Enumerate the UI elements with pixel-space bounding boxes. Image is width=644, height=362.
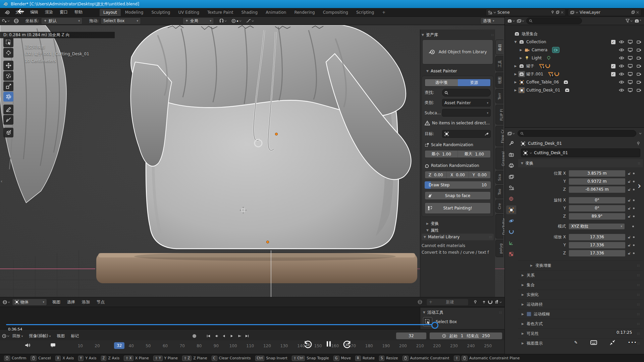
jump-to-start-button[interactable] [206,334,211,338]
video-progress-knob[interactable] [431,322,438,329]
workspace-tab[interactable]: Modeling [121,9,147,16]
n-panel-tab[interactable]: Cre [495,199,503,213]
close-icon[interactable] [636,11,639,14]
target-object-field[interactable] [442,130,491,138]
expand-arrow[interactable]: ▶ [513,64,518,68]
chevron-down-icon[interactable] [639,132,642,135]
object-name-field[interactable]: Cutting_Desk_01 [521,148,640,157]
node-menu-item[interactable]: 选择 [64,298,78,306]
tab-viewlayer[interactable] [506,172,516,181]
node-menu-item[interactable]: 视图 [49,298,64,306]
n-panel-tab[interactable]: 工具 [495,56,503,71]
timeline-menu-item[interactable]: 标记 ▾ [68,332,82,340]
menu-item[interactable]: 帮助 [71,8,86,16]
animate-dot[interactable] [633,216,635,217]
editor-type-dropdown[interactable] [2,19,10,23]
expand-arrow[interactable]: ▶ [513,80,518,84]
render-disable-toggle[interactable] [637,48,641,52]
scale-min-field[interactable]: 最小1.00 [425,150,458,158]
more-icon[interactable]: ••• [628,340,637,345]
render-disable-toggle[interactable] [637,56,641,60]
tab-object-data[interactable] [506,239,516,247]
transform-panel-header[interactable]: ▼变换 ∷ [518,159,643,167]
outliner-search-input[interactable] [526,17,582,24]
filter-funnel-icon[interactable] [626,19,633,23]
pencil-icon[interactable]: ✎ [574,340,578,345]
mode-icon[interactable] [14,18,19,23]
menu-item[interactable]: 编辑 [27,8,42,16]
keyboard-icon[interactable] [590,340,597,345]
tab-world[interactable] [506,194,516,203]
render-disable-toggle[interactable] [637,40,641,44]
properties-search-input[interactable] [518,130,636,137]
asset-library-panel-header[interactable]: ▼资产库 ∷ [422,32,494,38]
tool-rotate[interactable] [3,71,13,81]
selectability-checkbox[interactable]: ✓ [611,40,615,44]
render-disable-toggle[interactable] [637,80,641,84]
animate-dot[interactable] [633,207,635,209]
n-panel-tab[interactable]: FLIP Fl [495,105,503,125]
menu-item[interactable]: 渲染 [42,8,56,16]
subpanel-header[interactable]: ▶ 关系 ∷ [518,270,643,280]
location-value-field[interactable]: 3.8575 m [569,170,626,177]
play-button[interactable] [229,334,234,338]
tool-select-box[interactable] [3,38,13,47]
node-menu-item[interactable]: 添加 [78,298,93,306]
timeline-menu-item[interactable]: 回放 ▾ [9,332,26,340]
editor-type-dropdown[interactable] [507,131,515,136]
tab-physics[interactable] [506,217,516,225]
tool-move[interactable] [3,61,13,70]
new-collection-icon[interactable]: ⁺ [635,19,641,23]
pin-icon[interactable] [473,300,477,304]
workspace-tab[interactable]: Animation [262,9,290,16]
lock-icon[interactable]: 🔓︎ [628,187,631,192]
workspace-tab[interactable]: UV Editing [174,9,203,16]
blender-menu-icon[interactable] [5,10,10,15]
frame-range-fields[interactable]: 起始1 结束点250 [429,332,502,340]
subpanel-header[interactable]: ▶ 运动路径 ∷ [518,299,643,309]
tab-constraints[interactable] [506,228,516,236]
lock-icon[interactable]: 🔓︎ [628,206,631,210]
viewport-disable-toggle[interactable] [628,80,633,84]
workspace-tab[interactable]: Shading [237,9,261,16]
scale-value-field[interactable]: 17.336 [569,242,626,249]
n-panel-tab[interactable]: 条目 [495,40,503,55]
tab-object[interactable] [506,205,516,214]
scene-selector[interactable]: Scene [486,9,566,16]
proportional-snap-icon[interactable] [488,300,492,304]
outliner-row[interactable]: ▶ 罐子 4 [505,62,644,70]
tool-transform[interactable] [3,92,13,102]
animate-dot[interactable] [633,181,635,182]
expand-arrow[interactable]: ▶ [518,56,524,60]
drag-dropdown[interactable]: Select Box▾ [101,17,141,24]
video-forward-button[interactable]: 30 [343,341,352,349]
expand-arrow[interactable]: ▶ [513,72,518,76]
selectability-checkbox[interactable]: ✓ [611,72,615,76]
outliner-row[interactable]: 场景集合 ✓ [505,30,644,38]
subpanel-header[interactable]: ▶ 运动模糊 ∷ [518,309,643,319]
start-painting-button[interactable]: Start Painting! [425,202,491,214]
expand-arrow[interactable]: ▶ [518,48,524,52]
transform-panel-header[interactable]: ▶变换 [422,220,494,227]
toolbar-collapse-arrow[interactable]: ‹ [1,179,2,184]
subcategory-dropdown[interactable]: ▾ [442,109,491,117]
pivot-dropdown[interactable]: 全局▾ [182,17,214,24]
animate-dot[interactable] [633,236,635,238]
n-panel-tab[interactable]: DazToBle [495,214,503,239]
node-mode-dropdown[interactable]: 物体▾ [12,299,47,306]
expand-arrow[interactable]: ▶ [513,88,518,92]
snap-magnet-icon[interactable] [219,19,227,23]
tab-texture[interactable] [506,250,516,258]
hide-eye-toggle[interactable] [619,80,624,84]
subpanel-header[interactable]: ▶ 变换增量 ∷ [518,260,643,270]
eyedropper-icon[interactable] [484,132,488,136]
hide-eye-toggle[interactable] [619,64,624,68]
parent-up-icon[interactable] [482,300,486,304]
snap-to-face-button[interactable]: Snap to face [425,191,491,200]
jump-to-end-button[interactable] [245,334,249,338]
sound-channel-icon[interactable] [25,343,30,348]
annotation-channel-icon[interactable] [50,343,56,348]
material-library-panel-header[interactable]: ▼Material Library ∷ [422,234,494,240]
location-value-field[interactable]: 0.9372 m [569,178,626,185]
hide-eye-toggle[interactable] [619,72,624,76]
